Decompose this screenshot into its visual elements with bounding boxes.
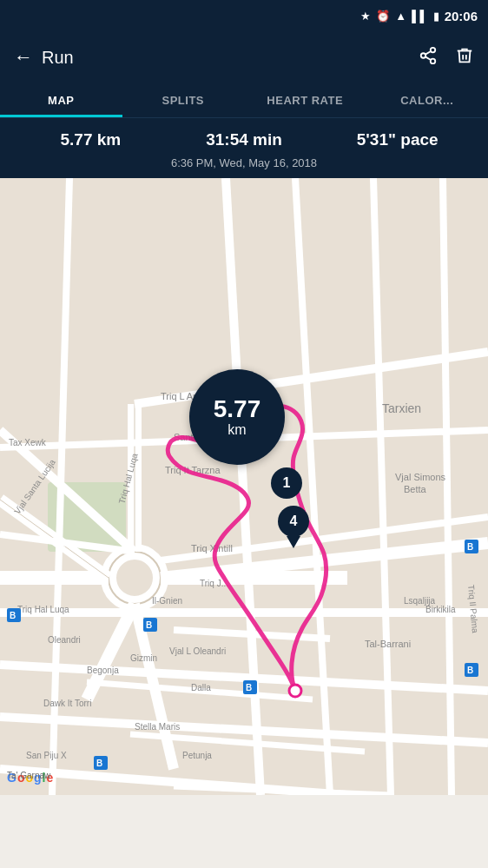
pin-tail [287,536,300,548]
delete-button[interactable] [455,46,474,70]
waypoint-1: 1 [271,467,302,499]
svg-line-3 [425,56,431,60]
tab-splits[interactable]: SPLITS [122,83,245,117]
svg-point-2 [431,58,436,63]
distance-unit: km [228,422,246,438]
svg-line-4 [425,50,431,54]
distance-value: 5.77 [214,396,261,423]
tab-bar: MAP SPLITS HEART RATE CALOR... [0,83,488,118]
bottom-location-label: Ta' Garnaw [7,766,50,782]
map-container[interactable]: Triq L Annunzjata Tax Xewk Triq Hal Luqa… [0,178,488,795]
svg-point-0 [431,47,436,52]
battery-icon: ▮ [433,10,439,23]
distance-bubble: 5.77 km [189,369,285,465]
tab-heart-rate[interactable]: HEART RATE [244,83,366,117]
bluetooth-icon: ★ [360,10,371,23]
waypoint-4-pin: 4 [278,506,309,548]
header-actions [419,46,474,70]
tab-calories[interactable]: CALOR... [366,83,489,117]
stats-row: 5.77 km 31:54 min 5'31" pace [14,130,474,149]
stat-date: 6:36 PM, Wed, May 16, 2018 [171,156,317,169]
signal-icon: ▌▌ [412,10,427,23]
header: ← Run [0,31,488,83]
alarm-icon: ⏰ [376,10,390,23]
stats-bar: 5.77 km 31:54 min 5'31" pace 6:36 PM, We… [0,118,488,178]
wifi-icon: ▲ [395,10,406,23]
status-icons: ★ ⏰ ▲ ▌▌ ▮ 20:06 [360,9,478,23]
status-time: 20:06 [445,9,478,23]
page-title: Run [42,48,74,68]
svg-point-1 [421,53,426,58]
back-button[interactable]: ← [14,46,33,69]
header-left: ← Run [14,46,74,69]
stat-time: 31:54 min [168,130,321,149]
status-bar: ★ ⏰ ▲ ▌▌ ▮ 20:06 [0,0,488,31]
share-button[interactable] [419,46,438,70]
tab-map[interactable]: MAP [0,83,122,117]
stat-distance: 5.77 km [14,130,168,149]
stat-pace: 5'31" pace [320,130,474,149]
svg-point-76 [289,685,301,697]
route-path [0,178,488,795]
